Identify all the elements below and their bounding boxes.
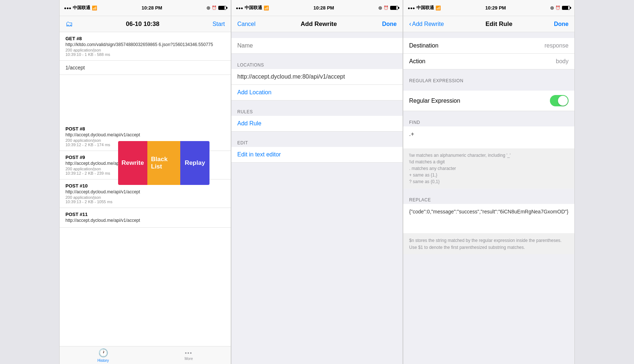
find-value: .+ (409, 131, 414, 137)
status-bar-1: ●●● 中国联通 📶 10:28 PM ◎ ⏰ (60, 0, 231, 16)
tab-bar-history: 🕐 History ••• More (60, 346, 231, 364)
name-row (231, 38, 403, 54)
time-label-3: 10:29 PM (485, 5, 506, 11)
alarm-icon: ⏰ (212, 5, 217, 10)
url-get8: http://kltdo.com/valid/sign/385748800326… (65, 42, 225, 47)
location-icon-3: ◎ (550, 5, 554, 10)
back-label: Add Rewrite (412, 21, 444, 27)
location-url: http://accept.dycloud.me:80/api/v1/accep… (231, 69, 403, 85)
folder-icon: 🗂 (65, 20, 73, 28)
find-section-header: FIND (403, 117, 574, 126)
start-button[interactable]: Start (212, 21, 225, 27)
tab-history[interactable]: 🕐 History (98, 348, 109, 363)
find-hint-1: \\w matches an alphanumeric character, i… (409, 152, 569, 159)
name-input[interactable] (237, 42, 397, 49)
regex-section: REGULAR EXPRESSION Regular Expression (403, 75, 574, 111)
back-button[interactable]: ‹ Add Rewrite (409, 20, 444, 28)
wifi-icon-2: 📶 (264, 5, 269, 11)
nav-bar-add-rewrite: Cancel Add Rewrite Done (231, 16, 403, 32)
replace-value: {"code":0,"message":"success","result":"… (409, 209, 569, 215)
location-icon: ◎ (207, 5, 210, 10)
battery-icon-3 (562, 6, 570, 10)
history-tab-label: History (98, 359, 109, 363)
regex-label: Regular Expression (409, 98, 460, 104)
alarm-icon-2: ⏰ (384, 5, 389, 10)
screen-history: ●●● 中国联通 📶 10:28 PM ◎ ⏰ 🗂 06-10 10:38 St… (59, 0, 231, 364)
replay-button[interactable]: Replay (180, 141, 210, 185)
locations-section: LOCATIONS http://accept.dycloud.me:80/ap… (231, 60, 403, 101)
find-input-area[interactable]: .+ (403, 126, 574, 148)
more-tab-icon: ••• (185, 350, 193, 356)
edit-header: EDIT (231, 137, 403, 147)
add-location-button[interactable]: Add Location (231, 85, 403, 101)
rules-section: RULES Add Rule (231, 106, 403, 132)
replace-hint-text: $n stores the string matched by the regu… (409, 238, 562, 250)
signal-icon-3: ●●● (408, 6, 415, 10)
action-row: Action body (403, 54, 574, 69)
signal-icon-2: ●●● (236, 6, 243, 10)
rewrite-button[interactable]: Rewrite (118, 141, 147, 185)
meta-post10: 200 application/json (65, 195, 225, 200)
status-bar-3: ●●● 中国联通 📶 10:29 PM ◎ ⏰ (403, 0, 574, 16)
time-get8: 10:39:10 - 1 KB - 588 ms (65, 52, 225, 57)
time-label-2: 10:28 PM (313, 5, 334, 11)
time-label-1: 10:28 PM (141, 5, 162, 11)
request-item-get8[interactable]: GET #8 http://kltdo.com/valid/sign/38574… (60, 32, 231, 61)
find-hint-5: ? same as {0,1} (409, 178, 569, 185)
request-item-post11[interactable]: POST #11 http://accept.dycloud.me/api/v1… (60, 208, 231, 228)
accept-text: 1/accept (65, 65, 85, 71)
history-list: GET #8 http://kltdo.com/valid/sign/38574… (60, 32, 231, 346)
locations-body: http://accept.dycloud.me:80/api/v1/accep… (231, 69, 403, 101)
location-icon-2: ◎ (378, 5, 382, 10)
nav-bar-history: 🗂 06-10 10:38 Start (60, 16, 231, 32)
carrier-label-2: 中国联通 (245, 5, 262, 11)
method-post8: POST #8 (65, 126, 225, 132)
status-left-2: ●●● 中国联通 📶 (236, 5, 269, 11)
done-button-2[interactable]: Done (382, 21, 397, 27)
context-menu: Rewrite Black List Replay (118, 141, 210, 185)
carrier-label-3: 中国联通 (416, 5, 434, 11)
add-rule-button[interactable]: Add Rule (231, 116, 403, 132)
action-value: body (556, 58, 569, 65)
wifi-icon-3: 📶 (435, 5, 441, 11)
add-rewrite-form: LOCATIONS http://accept.dycloud.me:80/ap… (231, 32, 403, 364)
blacklist-button[interactable]: Black List (147, 141, 180, 185)
destination-action-section: Destination response Action body (403, 38, 574, 69)
tab-more[interactable]: ••• More (185, 350, 193, 361)
destination-row: Destination response (403, 38, 574, 54)
more-tab-label: More (185, 357, 193, 361)
status-right-2: ◎ ⏰ (378, 5, 398, 10)
replace-hint-box: $n stores the string matched by the regu… (403, 233, 574, 254)
regex-section-header: REGULAR EXPRESSION (403, 75, 574, 85)
url-post11: http://accept.dycloud.me/api/v1/accept (65, 218, 225, 223)
replace-section-header: REPLACE (403, 194, 574, 204)
rules-header: RULES (231, 106, 403, 116)
destination-label: Destination (409, 42, 438, 49)
chevron-left-icon: ‹ (409, 20, 411, 28)
find-hint-4: + same as {1,} (409, 172, 569, 178)
nav-title-edit-rule: Edit Rule (486, 20, 513, 28)
screen-add-rewrite: ●●● 中国联通 📶 10:28 PM ◎ ⏰ Cancel Add Rewri… (231, 0, 403, 364)
carrier-label: 中国联通 (73, 5, 90, 11)
edit-section: EDIT Edit in text editor (231, 137, 403, 163)
locations-header: LOCATIONS (231, 60, 403, 69)
done-button-3[interactable]: Done (554, 21, 569, 27)
regex-toggle[interactable] (550, 95, 569, 106)
wifi-icon: 📶 (92, 5, 97, 11)
time-post10: 10:39:13 - 2 KB - 1055 ms (65, 200, 225, 204)
destination-value: response (544, 42, 569, 49)
edit-text-editor-button[interactable]: Edit in text editor (231, 147, 403, 163)
regex-toggle-row: Regular Expression (403, 91, 574, 111)
url-post8: http://accept.dycloud.me/api/v1/accept (65, 132, 225, 137)
status-left-3: ●●● 中国联通 📶 (408, 5, 441, 11)
request-item-accept[interactable]: 1/accept Rewrite Black List Replay (60, 61, 231, 122)
alarm-icon-3: ⏰ (555, 5, 561, 10)
url-post10: http://accept.dycloud.me/api/v1/accept (65, 189, 225, 194)
replace-input-area[interactable]: {"code":0,"message":"success","result":"… (403, 204, 574, 233)
find-hint-3: . matches any character (409, 165, 569, 172)
find-section: FIND .+ \\w matches an alphanumeric char… (403, 117, 574, 189)
regex-toggle-section: Regular Expression (403, 91, 574, 111)
find-hint-2: \\d matches a digit (409, 159, 569, 165)
action-label: Action (409, 58, 425, 65)
cancel-button[interactable]: Cancel (237, 21, 256, 27)
